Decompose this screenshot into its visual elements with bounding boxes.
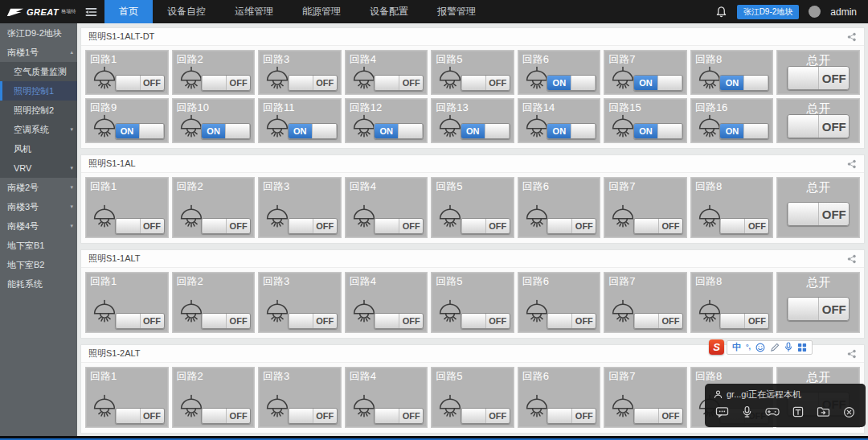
- toggle-switch[interactable]: OFF: [201, 218, 251, 234]
- toggle-on-label: ON: [547, 124, 571, 138]
- text-input-icon[interactable]: [792, 406, 804, 417]
- toggle-switch[interactable]: OFF: [461, 313, 510, 329]
- sidebar-item[interactable]: 照明控制1: [0, 81, 77, 101]
- file-transfer-icon[interactable]: [817, 406, 830, 417]
- nav-item[interactable]: 首页: [104, 0, 153, 23]
- toggle-switch[interactable]: OFF: [288, 313, 338, 329]
- toggle-off-label: OFF: [572, 409, 596, 423]
- toggle-switch[interactable]: OFF: [633, 218, 683, 234]
- nav-item[interactable]: 运维管理: [220, 0, 288, 23]
- close-icon[interactable]: [843, 406, 855, 418]
- site-badge[interactable]: 张江D9-2地块: [737, 5, 800, 19]
- toggle-switch[interactable]: OFF: [461, 218, 510, 234]
- sogou-logo-icon[interactable]: S: [709, 339, 724, 355]
- toggle-switch[interactable]: OFF: [201, 408, 251, 424]
- toggle-switch[interactable]: ON: [547, 123, 596, 139]
- toggle-switch[interactable]: OFF: [719, 218, 769, 234]
- sidebar-item[interactable]: VRV▾: [0, 158, 77, 178]
- sidebar-item[interactable]: 空调系统▾: [0, 120, 77, 139]
- nav-item[interactable]: 能源管理: [288, 0, 355, 23]
- share-icon: [847, 159, 857, 169]
- share-button[interactable]: [847, 254, 857, 264]
- toggle-switch[interactable]: OFF: [288, 218, 338, 234]
- toggle-switch[interactable]: ON: [633, 123, 683, 139]
- share-icon: [847, 32, 857, 42]
- toggle-switch[interactable]: OFF: [115, 218, 165, 234]
- nav-item[interactable]: 设备配置: [355, 0, 423, 23]
- master-label: 总开: [777, 180, 859, 195]
- toggle-switch[interactable]: OFF: [288, 75, 338, 91]
- toggle-switch[interactable]: OFF: [374, 218, 424, 234]
- username[interactable]: admin: [830, 6, 857, 18]
- toolbox-icon[interactable]: [797, 343, 807, 352]
- share-button[interactable]: [847, 349, 857, 359]
- toggle-switch[interactable]: ON: [288, 123, 338, 139]
- toggle-switch[interactable]: OFF: [633, 408, 683, 424]
- sidebar-item[interactable]: 地下室B2: [0, 255, 77, 274]
- toggle-switch[interactable]: ON: [374, 123, 424, 139]
- toggle-switch[interactable]: OFF: [288, 408, 338, 424]
- toggle-knob: [116, 409, 141, 423]
- toggle-switch[interactable]: OFF: [787, 297, 850, 321]
- toggle-switch[interactable]: OFF: [719, 313, 769, 329]
- toggle-knob: [657, 76, 682, 90]
- toggle-switch[interactable]: OFF: [115, 408, 165, 424]
- toggle-switch[interactable]: OFF: [633, 313, 683, 329]
- sidebar-item[interactable]: 南楼2号▾: [0, 178, 77, 197]
- toggle-switch[interactable]: OFF: [115, 75, 165, 91]
- zh-mode-icon[interactable]: 中: [732, 343, 741, 352]
- sidebar-item[interactable]: 张江D9-2地块: [0, 23, 77, 43]
- toggle-switch[interactable]: OFF: [374, 313, 424, 329]
- sidebar-item[interactable]: 南楼3号▾: [0, 197, 77, 216]
- toggle-switch[interactable]: OFF: [547, 408, 596, 424]
- section-header: 照明S1-1ALT: [81, 250, 864, 268]
- share-button[interactable]: [847, 159, 857, 169]
- toggle-switch[interactable]: ON: [633, 75, 683, 91]
- toggle-switch[interactable]: OFF: [787, 114, 850, 138]
- avatar[interactable]: [809, 6, 821, 18]
- toggle-switch[interactable]: ON: [719, 75, 769, 91]
- notification-bell-icon[interactable]: [715, 6, 727, 19]
- toggle-switch[interactable]: ON: [461, 123, 510, 139]
- sidebar-item[interactable]: 空气质量监测: [0, 62, 77, 81]
- gamepad-icon[interactable]: [765, 406, 780, 417]
- toggle-switch[interactable]: OFF: [787, 66, 850, 90]
- nav-item[interactable]: 设备自控: [153, 0, 220, 23]
- pencil-icon[interactable]: [770, 343, 780, 352]
- circuit-label: 回路5: [436, 52, 462, 67]
- toggle-switch[interactable]: OFF: [201, 75, 251, 91]
- share-button[interactable]: [847, 32, 857, 42]
- sidebar-item[interactable]: 南楼1号▴: [0, 43, 77, 62]
- toggle-switch[interactable]: OFF: [374, 408, 424, 424]
- sidebar-item[interactable]: 照明控制2: [0, 101, 77, 120]
- master-switch-card: 总开OFF: [776, 272, 860, 333]
- sidebar-item[interactable]: 南楼4号▾: [0, 216, 77, 236]
- nav-item[interactable]: 报警管理: [423, 0, 490, 23]
- toggle-switch[interactable]: OFF: [787, 202, 850, 226]
- sidebar-item-label: 空调系统: [14, 125, 49, 134]
- sidebar-item[interactable]: 能耗系统: [0, 274, 77, 294]
- emoji-icon[interactable]: [755, 343, 765, 352]
- sidebar-item[interactable]: 地下室B1: [0, 236, 77, 255]
- toggle-switch[interactable]: OFF: [461, 75, 510, 91]
- toggle-switch[interactable]: ON: [201, 123, 251, 139]
- toggle-switch[interactable]: OFF: [547, 218, 596, 234]
- sidebar-item[interactable]: 风机: [0, 139, 77, 158]
- voice-icon[interactable]: [784, 342, 792, 352]
- punctuation-icon[interactable]: °,: [746, 343, 751, 351]
- toggle-switch[interactable]: OFF: [461, 408, 510, 424]
- toggle-switch[interactable]: ON: [115, 123, 165, 139]
- toggle-switch[interactable]: ON: [547, 75, 596, 91]
- toggle-switch[interactable]: OFF: [547, 313, 596, 329]
- mic-icon[interactable]: [742, 405, 752, 418]
- toggle-switch[interactable]: OFF: [201, 313, 251, 329]
- circuit-card: 回路6OFF: [518, 367, 601, 428]
- toggle-switch[interactable]: OFF: [374, 75, 424, 91]
- sidebar-collapse-button[interactable]: [77, 0, 104, 23]
- toggle-switch[interactable]: ON: [719, 123, 769, 139]
- toggle-on-label: ON: [720, 76, 743, 90]
- toggle-switch[interactable]: OFF: [115, 313, 165, 329]
- toggle-off-label: OFF: [227, 76, 250, 90]
- master-switch-card: 总开OFF: [776, 98, 860, 143]
- chat-icon[interactable]: [715, 406, 729, 418]
